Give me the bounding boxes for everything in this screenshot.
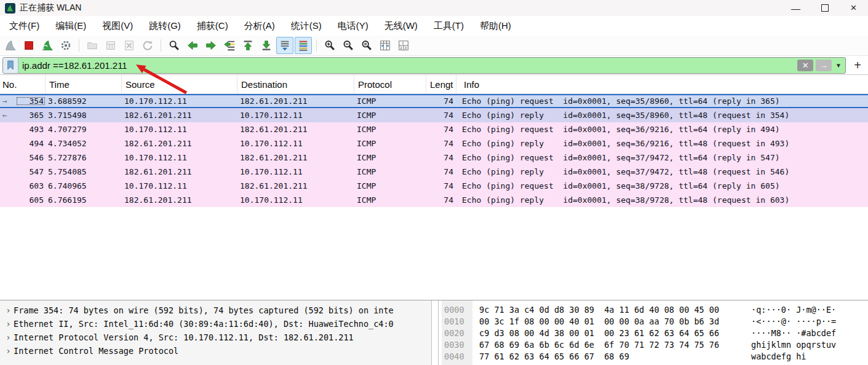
menu-item-3[interactable]: 跳转(G) <box>141 17 189 35</box>
menu-item-9[interactable]: 工具(T) <box>426 17 472 35</box>
svg-text:3: 3 <box>405 46 407 50</box>
menu-item-0[interactable]: 文件(F) <box>1 17 47 35</box>
packet-row-605[interactable]: 6056.766195182.61.201.21110.170.112.11IC… <box>0 193 868 207</box>
hex-row-0040[interactable]: 004077 61 62 63 64 65 66 67 68 69wabcdef… <box>439 351 868 363</box>
hex-offset: 0000 <box>444 304 471 316</box>
detail-line-0[interactable]: ›Frame 354: 74 bytes on wire (592 bits),… <box>3 304 431 317</box>
hex-bytes: c9 d3 08 00 4d 38 00 01 00 23 61 62 63 6… <box>479 328 720 339</box>
menu-item-1[interactable]: 编辑(E) <box>47 17 94 35</box>
go-forward-icon[interactable] <box>202 37 220 54</box>
display-filter-input[interactable]: ip.addr ==182.61.201.211 <box>18 60 797 71</box>
cell-info: Echo (ping) request id=0x0001, seq=37/94… <box>455 153 868 162</box>
go-top-icon[interactable] <box>239 37 257 54</box>
column-header-source[interactable]: Source <box>122 75 237 93</box>
menu-item-7[interactable]: 电话(Y) <box>330 17 376 35</box>
packet-marker-icon: ← <box>0 111 16 120</box>
filter-bookmark-icon[interactable] <box>3 58 18 73</box>
packet-row-494[interactable]: 4944.734052182.61.201.21110.170.112.11IC… <box>0 136 868 151</box>
detail-text: Internet Protocol Version 4, Src: 10.170… <box>14 331 354 344</box>
pane-splitter[interactable] <box>431 300 439 365</box>
add-filter-button[interactable]: + <box>850 58 866 73</box>
cell-info: Echo (ping) request id=0x0001, seq=36/92… <box>455 125 868 134</box>
clear-filter-icon[interactable]: ✕ <box>797 60 813 71</box>
cell-destination: 10.170.112.11 <box>237 111 354 120</box>
cell-destination: 182.61.201.211 <box>237 125 354 134</box>
go-bottom-icon[interactable] <box>258 37 275 54</box>
packet-row-546[interactable]: 5465.72787610.170.112.11182.61.201.211IC… <box>0 151 868 165</box>
go-to-packet-icon[interactable] <box>221 37 238 54</box>
maximize-button[interactable] <box>810 0 839 16</box>
hex-row-0010[interactable]: 001000 3c 1f 08 00 00 40 01 00 00 0a aa … <box>439 316 868 328</box>
detail-text: Ethernet II, Src: Intel_11:6d:40 (30:89:… <box>14 317 394 331</box>
expander-icon[interactable]: › <box>3 317 14 331</box>
detail-line-1[interactable]: ›Ethernet II, Src: Intel_11:6d:40 (30:89… <box>3 317 431 331</box>
open-file-icon[interactable] <box>84 37 101 54</box>
menu-item-10[interactable]: 帮助(H) <box>472 17 519 35</box>
close-file-icon[interactable] <box>121 37 138 54</box>
zoom-reset-icon[interactable] <box>358 37 375 54</box>
auto-scroll-icon[interactable] <box>276 37 293 54</box>
expander-icon[interactable]: › <box>3 331 14 344</box>
filter-bar: ip.addr ==182.61.201.211 ✕ → ▼ + <box>0 56 868 75</box>
menu-item-5[interactable]: 分析(A) <box>236 17 283 35</box>
wireshark-fin-icon <box>5 3 15 14</box>
resize-columns-icon[interactable] <box>376 37 394 54</box>
stop-capture-icon[interactable] <box>20 37 38 54</box>
layout-123-icon[interactable]: 123 <box>395 37 412 54</box>
save-file-icon[interactable] <box>102 37 119 54</box>
detail-line-2[interactable]: ›Internet Protocol Version 4, Src: 10.17… <box>3 331 431 344</box>
main-toolbar: 123 <box>0 36 868 56</box>
detail-line-3[interactable]: ›Internet Control Message Protocol <box>3 344 431 358</box>
column-header-no[interactable]: No. <box>0 75 46 93</box>
packet-row-365[interactable]: ←3653.715498182.61.201.21110.170.112.11I… <box>0 108 868 122</box>
cell-time: 5.754085 <box>46 167 122 176</box>
hex-row-0030[interactable]: 003067 68 69 6a 6b 6c 6d 6e 6f 70 71 72 … <box>439 339 868 351</box>
cell-time: 4.707279 <box>46 125 122 134</box>
packet-row-354[interactable]: →3543.68859210.170.112.11182.61.201.211I… <box>0 94 868 108</box>
packet-row-603[interactable]: 6036.74096510.170.112.11182.61.201.211IC… <box>0 179 868 193</box>
packet-marker-icon: → <box>0 96 16 106</box>
cell-no: 603 <box>16 181 46 190</box>
cell-destination: 182.61.201.211 <box>237 153 354 162</box>
column-header-protocol[interactable]: Protocol <box>354 75 426 93</box>
column-header-length[interactable]: Lengt <box>426 75 456 93</box>
hex-row-0000[interactable]: 00009c 71 3a c4 0d d8 30 89 4a 11 6d 40 … <box>439 304 868 316</box>
hex-ascii: ·<····@· ····p··= <box>751 316 836 328</box>
capture-options-icon[interactable] <box>57 37 74 54</box>
menu-item-6[interactable]: 统计(S) <box>283 17 330 35</box>
cell-source: 10.170.112.11 <box>122 181 237 190</box>
go-back-icon[interactable] <box>184 37 201 54</box>
column-header-time[interactable]: Time <box>46 75 122 93</box>
expander-icon[interactable]: › <box>3 344 14 358</box>
packet-row-547[interactable]: 5475.754085182.61.201.21110.170.112.11IC… <box>0 165 868 179</box>
packet-list-empty-area <box>0 207 868 300</box>
column-header-destination[interactable]: Destination <box>237 75 354 93</box>
column-header-info[interactable]: Info <box>456 75 868 93</box>
cell-no: 546 <box>16 153 46 162</box>
zoom-in-icon[interactable] <box>321 37 338 54</box>
menu-item-4[interactable]: 捕获(C) <box>189 17 236 35</box>
hex-row-0020[interactable]: 0020c9 d3 08 00 4d 38 00 01 00 23 61 62 … <box>439 328 868 339</box>
expander-icon[interactable]: › <box>3 304 14 317</box>
filter-dropdown-icon[interactable]: ▼ <box>835 62 842 69</box>
hex-offset: 0030 <box>444 339 471 351</box>
cell-no: 494 <box>16 139 46 148</box>
close-button[interactable]: × <box>839 0 868 16</box>
packet-list: →3543.68859210.170.112.11182.61.201.211I… <box>0 94 868 207</box>
hex-offset: 0020 <box>444 328 471 339</box>
menu-item-8[interactable]: 无线(W) <box>376 17 426 35</box>
cell-source: 10.170.112.11 <box>122 96 237 106</box>
minimize-button[interactable]: — <box>781 0 810 16</box>
menu-item-2[interactable]: 视图(V) <box>94 17 141 35</box>
apply-filter-icon[interactable]: → <box>816 60 832 71</box>
find-packet-icon[interactable] <box>165 37 183 54</box>
restart-capture-icon[interactable] <box>39 37 56 54</box>
reload-icon[interactable] <box>139 37 156 54</box>
start-capture-icon[interactable] <box>2 37 19 54</box>
colorize-icon[interactable] <box>295 37 312 54</box>
zoom-out-icon[interactable] <box>340 37 357 54</box>
display-filter-field[interactable]: ip.addr ==182.61.201.211 ✕ → ▼ <box>2 57 846 74</box>
hex-bytes: 77 61 62 63 64 65 66 67 68 69 <box>479 351 720 363</box>
packet-row-493[interactable]: 4934.70727910.170.112.11182.61.201.211IC… <box>0 122 868 136</box>
hex-ascii: ·q:···0· J·m@··E· <box>751 304 836 316</box>
